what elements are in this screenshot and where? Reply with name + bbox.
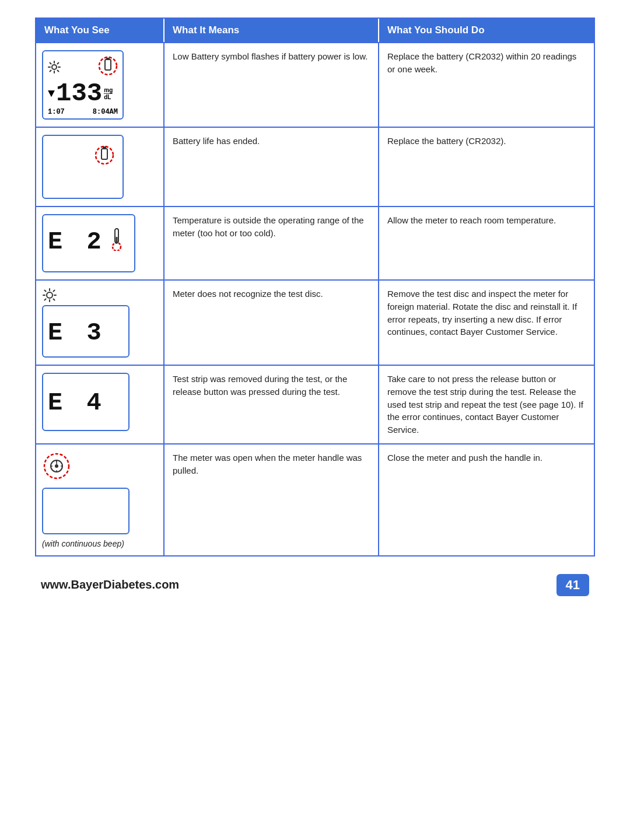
col-header-means: What It Means (164, 19, 379, 42)
error-e3-code: E 3 (48, 319, 106, 347)
error-e4-code: E 4 (48, 389, 106, 417)
gear-icon-e3 (42, 288, 57, 303)
do-cell-1: Replace the battery (CR2032) within 20 r… (379, 43, 594, 127)
arrow-indicator: ▼ (48, 87, 55, 100)
means-cell-3: Temperature is outside the operating ran… (164, 207, 379, 279)
do-cell-3: Allow the meter to reach room temperatur… (379, 207, 594, 279)
image-cell-5: E 4 (36, 366, 164, 443)
do-cell-5: Take care to not press the release butto… (379, 366, 594, 443)
svg-rect-5 (102, 149, 107, 159)
image-cell-2 (36, 128, 164, 206)
thermometer-svg (108, 226, 125, 251)
battery-circle-icon (98, 55, 118, 77)
col-header-do: What You Should Do (379, 19, 594, 42)
table-row: (with continuous beep) The meter was ope… (36, 443, 594, 555)
svg-point-0 (52, 65, 57, 69)
gear-icon (48, 61, 61, 74)
image-cell-1: ▼ 133 mg dL 1:07 8:04AM (36, 43, 164, 127)
svg-rect-9 (116, 237, 117, 244)
error-e2-code: E 2 (48, 228, 106, 256)
means-cell-1: Low Battery symbol flashes if battery po… (164, 43, 379, 127)
meter-display-6 (42, 488, 130, 534)
table-row: E 3 Meter does not recognize the test di… (36, 279, 594, 365)
table-row: E 4 Test strip was removed during the te… (36, 365, 594, 443)
footer-url: www.BayerDiabetes.com (41, 578, 179, 592)
meter-display-1: ▼ 133 mg dL 1:07 8:04AM (42, 50, 124, 120)
glucose-value: 133 (56, 80, 102, 106)
svg-rect-6 (103, 146, 106, 149)
table-header: What You See What It Means What You Shou… (36, 19, 594, 42)
battery-ended-indicator (94, 143, 114, 169)
svg-rect-3 (106, 58, 110, 60)
meter-bottom-info: 1:07 8:04AM (48, 108, 118, 116)
meter-display-3: E 2 (42, 214, 135, 272)
ampm-display: 8:04AM (93, 108, 118, 116)
image-cell-3: E 2 (36, 207, 164, 279)
table-row: Battery life has ended. Replace the batt… (36, 127, 594, 206)
svg-point-7 (113, 243, 121, 251)
footer: www.BayerDiabetes.com 41 (35, 574, 595, 596)
units-label: mg dL (104, 87, 113, 100)
table-row: ▼ 133 mg dL 1:07 8:04AM Low Battery symb… (36, 42, 594, 127)
means-cell-4: Meter does not recognize the test disc. (164, 281, 379, 365)
continuous-beep-caption: (with continuous beep) (42, 539, 124, 548)
do-cell-4: Remove the test disc and inspect the met… (379, 281, 594, 365)
meter-display-2 (42, 135, 124, 199)
image-cell-4: E 3 (36, 281, 164, 365)
meter-display-5: E 4 (42, 373, 130, 431)
meter-open-svg (42, 452, 71, 481)
means-cell-5: Test strip was removed during the test, … (164, 366, 379, 443)
means-cell-2: Battery life has ended. (164, 128, 379, 206)
time-display: 1:07 (48, 108, 65, 116)
open-meter-icon (42, 452, 71, 483)
battery-ended-icon (94, 143, 114, 166)
main-table: What You See What It Means What You Shou… (35, 18, 595, 556)
do-cell-2: Replace the battery (CR2032). (379, 128, 594, 206)
means-cell-6: The meter was open when the meter handle… (164, 444, 379, 555)
thermometer-icon (108, 226, 125, 253)
footer-page-number: 41 (556, 574, 589, 596)
svg-rect-2 (105, 60, 111, 70)
do-cell-6: Close the meter and push the handle in. (379, 444, 594, 555)
table-row: E 2 Temperature is outside the operating… (36, 206, 594, 279)
battery-indicator (98, 55, 118, 79)
meter-display-4: E 3 (42, 305, 130, 358)
svg-point-17 (55, 464, 58, 468)
svg-point-10 (47, 292, 52, 298)
image-cell-6: (with continuous beep) (36, 444, 164, 555)
col-header-see: What You See (36, 19, 164, 42)
